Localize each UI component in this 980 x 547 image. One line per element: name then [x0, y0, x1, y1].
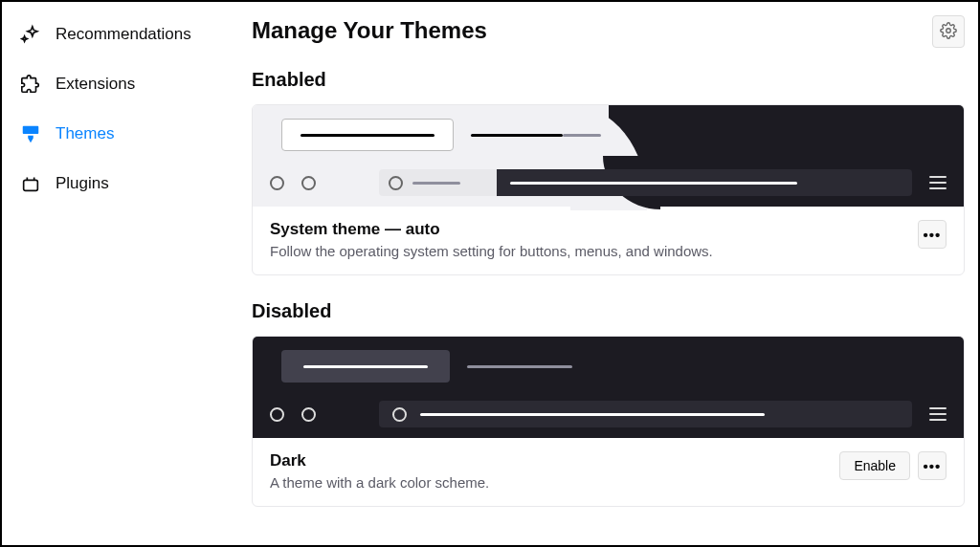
plug-icon — [19, 172, 42, 195]
theme-name: System theme — auto — [270, 220, 713, 239]
gear-icon — [940, 22, 957, 42]
hamburger-icon — [929, 407, 947, 421]
preview-urlbar — [379, 401, 912, 427]
enable-button[interactable]: Enable — [839, 451, 910, 480]
theme-preview-system — [253, 105, 964, 207]
section-disabled-title: Disabled — [252, 300, 965, 322]
sidebar-item-themes[interactable]: Themes — [2, 109, 236, 159]
sparkle-icon — [19, 23, 42, 46]
theme-card-dark: Dark A theme with a dark color scheme. E… — [252, 336, 965, 507]
preview-nav-dot — [301, 407, 316, 422]
main-content: Manage Your Themes Enabled — [236, 2, 978, 545]
theme-card-system: System theme — auto Follow the operating… — [252, 104, 965, 275]
paintbrush-icon — [19, 122, 42, 145]
page-title: Manage Your Themes — [252, 17, 487, 44]
theme-description: Follow the operating system setting for … — [270, 243, 713, 259]
theme-preview-dark — [253, 337, 964, 438]
preview-nav-dot — [270, 407, 284, 422]
sidebar-item-label: Recommendations — [56, 25, 191, 44]
preview-urlbar — [379, 169, 912, 196]
preview-tab-active — [281, 119, 454, 151]
theme-more-button[interactable]: ••• — [918, 220, 947, 249]
settings-button[interactable] — [932, 15, 965, 48]
ellipsis-icon: ••• — [924, 458, 942, 474]
theme-description: A theme with a dark color scheme. — [270, 474, 489, 491]
preview-nav-dot — [270, 176, 284, 190]
puzzle-icon — [19, 73, 42, 96]
sidebar-item-label: Extensions — [56, 75, 135, 94]
sidebar-item-label: Themes — [56, 124, 114, 143]
theme-name: Dark — [270, 451, 489, 470]
sidebar-item-plugins[interactable]: Plugins — [2, 159, 236, 208]
sidebar-item-extensions[interactable]: Extensions — [2, 59, 236, 109]
sidebar: Recommendations Extensions Themes Plugin… — [2, 2, 236, 545]
header-row: Manage Your Themes — [252, 15, 965, 69]
svg-point-1 — [947, 28, 951, 33]
hamburger-icon — [929, 176, 947, 189]
svg-rect-0 — [24, 180, 38, 190]
preview-nav-dot — [301, 176, 316, 190]
sidebar-item-recommendations[interactable]: Recommendations — [2, 10, 236, 59]
preview-tab-active — [281, 350, 450, 383]
sidebar-item-label: Plugins — [56, 174, 109, 193]
ellipsis-icon: ••• — [924, 227, 942, 243]
theme-more-button[interactable]: ••• — [918, 451, 947, 480]
section-enabled-title: Enabled — [252, 69, 965, 91]
